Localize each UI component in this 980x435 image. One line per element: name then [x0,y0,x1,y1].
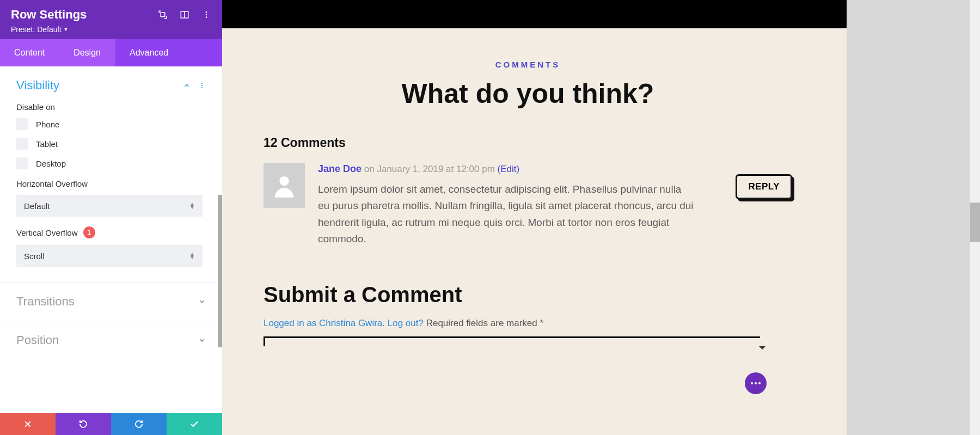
more-icon[interactable] [198,82,206,89]
chevron-down-icon [198,298,206,305]
comment-item: Jane Doe on January 1, 2019 at 12:00 pm … [264,163,792,248]
comment-textarea[interactable] [264,336,760,346]
tabs: Content Design Advanced [0,39,222,66]
svg-rect-0 [161,13,165,17]
checkbox-desktop[interactable] [16,157,28,169]
section-position[interactable]: Position [0,321,222,359]
svg-point-5 [206,16,207,18]
panel-title: Row Settings [11,8,87,22]
preview-page: COMMENTS What do you think? 12 Comments … [222,28,847,435]
svg-point-7 [201,85,203,86]
h-overflow-label: Horizontal Overflow [16,179,206,188]
browser-scroll-thumb[interactable] [970,203,980,242]
v-overflow-badge: 1 [83,226,95,238]
edit-link[interactable]: (Edit) [498,164,520,174]
disable-on-label: Disable on [16,102,206,112]
svg-point-11 [279,176,289,186]
expand-icon[interactable] [158,10,168,20]
cancel-button[interactable] [0,413,56,435]
label-phone: Phone [36,120,59,129]
h-overflow-select[interactable]: Default▲▼ [16,195,203,217]
comment-author[interactable]: Jane Doe [318,163,362,174]
more-icon[interactable] [201,10,211,20]
submit-meta: Logged in as Christina Gwira. Log out? R… [264,318,792,329]
sidebar-header: Row Settings Preset: Default▼ [0,0,222,39]
tab-design[interactable]: Design [59,39,115,66]
label-tablet: Tablet [36,139,58,149]
settings-sidebar: Row Settings Preset: Default▼ Content De… [0,0,222,435]
comments-eyebrow: COMMENTS [264,60,792,69]
avatar [264,163,305,208]
logged-in-link[interactable]: Logged in as Christina Gwira [264,318,382,328]
reply-button[interactable]: REPLY [736,174,792,199]
submit-heading: Submit a Comment [264,283,792,307]
preview-canvas: COMMENTS What do you think? 12 Comments … [222,0,847,435]
browser-scrollbar[interactable] [970,0,980,435]
chevron-up-icon [183,82,191,89]
tab-advanced[interactable]: Advanced [115,39,222,66]
comment-body-text: Lorem ipsum dolor sit amet, consectetur … [318,181,694,248]
comment-meta: Jane Doe on January 1, 2019 at 12:00 pm … [318,163,722,175]
svg-point-6 [201,83,203,84]
svg-point-8 [201,87,203,88]
preset-selector[interactable]: Preset: Default▼ [11,25,211,34]
sidebar-body: Visibility Disable on Phone Tablet Deskt… [0,66,222,413]
redo-button[interactable] [111,413,167,435]
svg-point-3 [206,11,207,13]
undo-button[interactable] [56,413,111,435]
svg-point-4 [206,14,207,16]
section-transitions[interactable]: Transitions [0,283,222,321]
columns-icon[interactable] [180,10,189,20]
v-overflow-label: Vertical Overflow1 [16,226,206,238]
logout-link[interactable]: Log out? [388,318,424,328]
save-button[interactable] [167,413,222,435]
comments-heading: What do you think? [264,78,792,109]
page-fab[interactable] [745,372,767,394]
chevron-down-icon [198,336,206,344]
v-overflow-select[interactable]: Scroll▲▼ [16,245,203,267]
section-visibility: Visibility Disable on Phone Tablet Deskt… [0,66,222,283]
sidebar-footer [0,413,222,435]
label-desktop: Desktop [36,159,66,168]
comments-count: 12 Comments [264,136,792,150]
tab-content[interactable]: Content [0,39,59,66]
preview-topbar [222,0,847,28]
checkbox-phone[interactable] [16,118,28,130]
visibility-header[interactable]: Visibility [16,78,206,93]
sidebar-scrollbar[interactable] [218,195,222,347]
checkbox-tablet[interactable] [16,138,28,150]
